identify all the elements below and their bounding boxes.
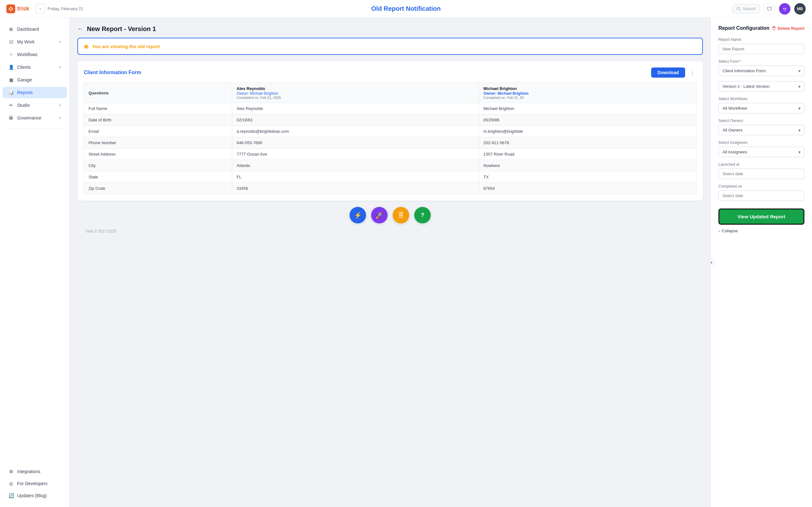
table-cell-col1: FL xyxy=(232,171,479,183)
updates-blog-icon: 🔄 xyxy=(8,493,14,498)
launched-at-input[interactable] xyxy=(718,169,804,179)
svg-point-5 xyxy=(782,6,788,11)
sidebar-item-integrations[interactable]: ⚙ Integrations xyxy=(3,466,67,477)
table-cell-col2: m.brighton@brightide xyxy=(479,126,697,137)
table-cell-question: Zip Code xyxy=(84,183,232,194)
completed-on-input[interactable] xyxy=(718,190,804,201)
table-cell-question: Email xyxy=(84,126,232,137)
table-cell-question: City xyxy=(84,160,232,171)
svg-rect-4 xyxy=(768,7,772,10)
sidebar: ⊞ Dashboard ☑ My Work ▾ ⑂ Workflows 👤 Cl… xyxy=(0,18,70,507)
more-options-button[interactable]: ⋮ xyxy=(688,68,697,77)
messages-button[interactable] xyxy=(764,3,775,14)
select-form-label: Select Form* xyxy=(718,59,804,64)
select-assignees-dropdown[interactable]: All Assignees xyxy=(718,147,804,157)
ai-avatar-button[interactable] xyxy=(779,3,791,14)
select-workflows-dropdown[interactable]: All Workflows xyxy=(718,103,804,113)
sidebar-item-clients[interactable]: 👤 Clients ▾ xyxy=(3,61,67,73)
table-cell-question: Phone Number xyxy=(84,137,232,149)
launched-at-label: Launched at xyxy=(718,162,804,167)
report-table: Questions Alex Reynolds Owner: Michael B… xyxy=(84,83,697,194)
table-cell-col1: 7777 Ocean Ave xyxy=(232,149,479,160)
report-title: New Report - Version 1 xyxy=(87,25,156,33)
report-header: ← New Report - Version 1 xyxy=(78,25,703,33)
sidebar-label-integrations: Integrations xyxy=(17,469,40,474)
report-name-input[interactable] xyxy=(718,44,804,54)
table-row: Zip Code 33456 87654 xyxy=(84,183,697,194)
table-cell-col2: 202-911-5678 xyxy=(479,137,697,149)
select-form-dropdown[interactable]: Client Information Form xyxy=(718,66,804,76)
sidebar-label-reports: Reports xyxy=(17,90,33,95)
table-row: City Atlantis Nowhere xyxy=(84,160,697,171)
table-cell-col2: 05/29/86 xyxy=(479,114,697,126)
fab-row: ⚡ 🚀 🗄 ? xyxy=(78,201,703,226)
my-work-icon: ☑ xyxy=(8,39,14,44)
download-button[interactable]: Download xyxy=(651,67,685,78)
svg-rect-8 xyxy=(773,26,775,27)
svg-line-3 xyxy=(740,9,740,10)
view-updated-report-button[interactable]: View Updated Report xyxy=(718,209,804,225)
table-cell-col1: a.reynolds@brightideas.com xyxy=(232,126,479,137)
date-display: Friday, February 21 xyxy=(48,6,83,11)
table-cell-col1: Atlantis xyxy=(232,160,479,171)
sidebar-item-garage[interactable]: ▦ Garage xyxy=(3,74,67,86)
select-version-dropdown[interactable]: Version 1 - Latest Version xyxy=(718,81,804,92)
select-owners-dropdown[interactable]: All Owners xyxy=(718,125,804,135)
banner-message: You are viewing the old report xyxy=(92,44,160,49)
for-developers-icon: ◎ xyxy=(8,481,14,486)
clients-icon: 👤 xyxy=(8,65,14,70)
sidebar-item-my-work[interactable]: ☑ My Work ▾ xyxy=(3,36,67,48)
banner-warning-icon: ◉ xyxy=(84,43,89,50)
fab-archive-button[interactable]: 🗄 xyxy=(393,207,409,223)
logo-text: trisk xyxy=(17,5,29,12)
report-name-label: Report Name xyxy=(718,38,804,42)
sidebar-item-governance[interactable]: 🏛 Governance ▾ xyxy=(3,112,67,124)
governance-chevron-icon: ▾ xyxy=(59,116,61,120)
sidebar-item-workflows[interactable]: ⑂ Workflows xyxy=(3,49,67,60)
table-cell-question: Date of Birth xyxy=(84,114,232,126)
fab-help-button[interactable]: ? xyxy=(414,207,431,223)
table-col-michael: Michael Brighton Owner: Michael Brighton… xyxy=(479,83,697,103)
table-col-alex: Alex Reynolds Owner: Michael Brighton Co… xyxy=(232,83,479,103)
table-col-questions: Questions xyxy=(84,83,232,103)
sidebar-item-updates-blog[interactable]: 🔄 Updates (Blog) xyxy=(3,490,67,501)
table-cell-col1: 646-555-7890 xyxy=(232,137,479,149)
table-cell-question: Full Name xyxy=(84,103,232,114)
sidebar-item-for-developers[interactable]: ◎ For Developers xyxy=(3,478,67,489)
sidebar-label-my-work: My Work xyxy=(17,39,35,44)
old-report-banner: ◉ You are viewing the old report xyxy=(78,38,703,55)
fab-lightning-button[interactable]: ⚡ xyxy=(350,207,366,223)
svg-point-1 xyxy=(10,8,12,10)
table-cell-col1: 33456 xyxy=(232,183,479,194)
table-cell-col1: Alex Reynolds xyxy=(232,103,479,114)
completed-on-label: Completed on xyxy=(718,184,804,188)
select-owners-label: Select Owners xyxy=(718,118,804,123)
clients-chevron-icon: ▾ xyxy=(59,65,61,69)
governance-icon: 🏛 xyxy=(8,115,14,120)
nav-back-button[interactable]: ‹ xyxy=(36,4,45,14)
table-cell-question: Street Address xyxy=(84,149,232,160)
garage-icon: ▦ xyxy=(8,77,14,82)
search-icon xyxy=(737,7,741,11)
delete-report-button[interactable]: Delete Report xyxy=(772,26,804,31)
panel-resize-handle[interactable]: ⇔ xyxy=(711,258,715,267)
report-back-arrow[interactable]: ← xyxy=(78,26,83,32)
table-cell-col2: Nowhere xyxy=(479,160,697,171)
annotation-title: Old Report Notification xyxy=(371,5,441,12)
sidebar-item-reports[interactable]: 📊 Reports xyxy=(3,87,67,98)
collapse-row[interactable]: › Collapse xyxy=(718,226,804,236)
user-initials-badge[interactable]: MB xyxy=(794,3,806,14)
sidebar-label-governance: Governance xyxy=(17,115,41,120)
config-panel: ⇔ Report Configuration Delete Report Rep… xyxy=(711,18,812,507)
collapse-label: Collapse xyxy=(722,228,738,233)
search-bar[interactable]: Search xyxy=(732,4,760,13)
fab-rocket-button[interactable]: 🚀 xyxy=(371,207,388,223)
sidebar-label-updates-blog: Updates (Blog) xyxy=(17,493,47,498)
sidebar-item-studio[interactable]: ✏ Studio ▾ xyxy=(3,100,67,111)
studio-icon: ✏ xyxy=(8,103,14,108)
table-row: State FL TX xyxy=(84,171,697,183)
search-label: Search xyxy=(743,6,756,11)
table-cell-question: State xyxy=(84,171,232,183)
sidebar-item-dashboard[interactable]: ⊞ Dashboard xyxy=(3,23,67,35)
logo[interactable]: trisk xyxy=(6,4,29,13)
